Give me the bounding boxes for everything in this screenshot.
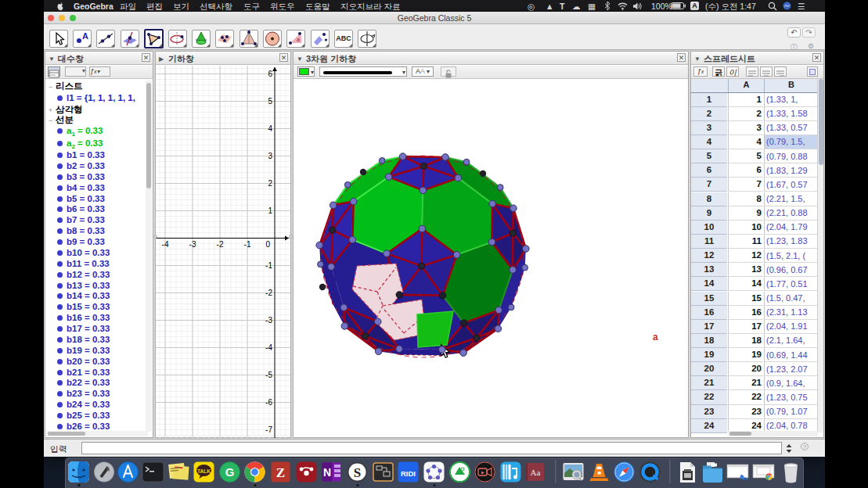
svg-text:Z: Z [276, 465, 285, 480]
svg-text:A: A [82, 31, 88, 41]
svg-text:a: a [653, 332, 658, 343]
svg-text:N: N [323, 466, 331, 479]
svg-text:TALK: TALK [197, 468, 211, 474]
svg-text:-1: -1 [265, 261, 272, 270]
svg-text:-2: -2 [217, 240, 224, 249]
svg-text:-1: -1 [244, 240, 251, 249]
svg-text:Aa: Aa [531, 468, 541, 477]
svg-text:S: S [354, 465, 361, 480]
svg-text:-4: -4 [265, 343, 272, 352]
svg-text:0: 0 [265, 240, 270, 249]
svg-text:-3: -3 [265, 316, 272, 325]
svg-text:-5: -5 [265, 371, 272, 379]
svg-text:5: 5 [268, 97, 272, 106]
svg-text:4: 4 [268, 124, 272, 133]
svg-text:RIDI: RIDI [401, 469, 416, 478]
svg-text:-7: -7 [265, 425, 272, 434]
svg-text:1: 1 [268, 206, 272, 215]
svg-text:-2: -2 [265, 289, 272, 297]
svg-text:-6: -6 [265, 398, 272, 407]
svg-text:a: a [297, 37, 300, 42]
svg-text:3: 3 [268, 152, 272, 160]
svg-text:6: 6 [268, 70, 272, 78]
svg-text:2: 2 [268, 179, 272, 188]
svg-text:-4: -4 [162, 240, 169, 249]
svg-text:G: G [225, 465, 235, 479]
svg-text:-3: -3 [189, 240, 196, 249]
